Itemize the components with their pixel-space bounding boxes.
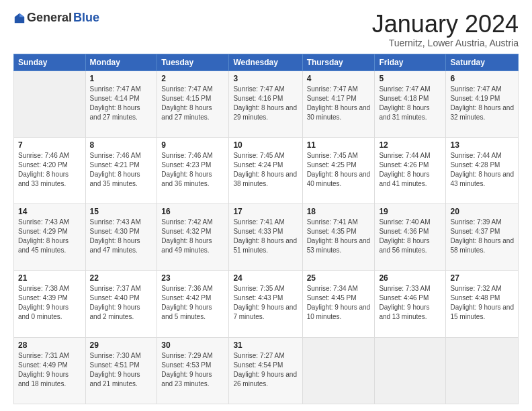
calendar-cell: 5 Sunrise: 7:47 AMSunset: 4:18 PMDayligh… bbox=[375, 71, 446, 137]
day-detail: Sunrise: 7:27 AMSunset: 4:54 PMDaylight:… bbox=[233, 352, 297, 387]
calendar-cell: 14 Sunrise: 7:43 AMSunset: 4:29 PMDaylig… bbox=[14, 204, 86, 271]
day-number: 8 bbox=[90, 140, 153, 150]
day-detail: Sunrise: 7:32 AMSunset: 4:48 PMDaylight:… bbox=[450, 285, 514, 320]
day-detail: Sunrise: 7:44 AMSunset: 4:28 PMDaylight:… bbox=[450, 152, 514, 187]
day-number: 16 bbox=[161, 207, 224, 216]
calendar-cell: 19 Sunrise: 7:40 AMSunset: 4:36 PMDaylig… bbox=[375, 204, 446, 271]
day-detail: Sunrise: 7:34 AMSunset: 4:45 PMDaylight:… bbox=[307, 285, 371, 320]
day-detail: Sunrise: 7:45 AMSunset: 4:25 PMDaylight:… bbox=[307, 152, 371, 187]
day-number: 14 bbox=[18, 207, 81, 216]
weekday-header: Monday bbox=[85, 54, 157, 71]
day-detail: Sunrise: 7:31 AMSunset: 4:49 PMDaylight:… bbox=[18, 352, 69, 387]
calendar-cell bbox=[302, 337, 375, 404]
day-number: 12 bbox=[379, 140, 441, 150]
calendar-cell: 16 Sunrise: 7:42 AMSunset: 4:32 PMDaylig… bbox=[157, 204, 229, 271]
day-number: 18 bbox=[307, 207, 371, 216]
day-number: 31 bbox=[233, 340, 298, 350]
day-number: 7 bbox=[18, 140, 81, 150]
calendar-cell: 13 Sunrise: 7:44 AMSunset: 4:28 PMDaylig… bbox=[446, 137, 519, 203]
calendar-body: 1 Sunrise: 7:47 AMSunset: 4:14 PMDayligh… bbox=[14, 71, 519, 404]
day-detail: Sunrise: 7:47 AMSunset: 4:17 PMDaylight:… bbox=[307, 85, 371, 121]
day-number: 3 bbox=[233, 74, 298, 83]
logo-blue: Blue bbox=[73, 11, 99, 25]
day-number: 28 bbox=[18, 340, 81, 350]
calendar-header: SundayMondayTuesdayWednesdayThursdayFrid… bbox=[14, 54, 519, 71]
day-detail: Sunrise: 7:35 AMSunset: 4:43 PMDaylight:… bbox=[233, 285, 297, 320]
day-number: 19 bbox=[379, 207, 441, 216]
location: Tuernitz, Lower Austria, Austria bbox=[372, 38, 519, 48]
calendar-week: 1 Sunrise: 7:47 AMSunset: 4:14 PMDayligh… bbox=[14, 71, 519, 137]
day-detail: Sunrise: 7:33 AMSunset: 4:46 PMDaylight:… bbox=[379, 285, 430, 320]
calendar-cell: 20 Sunrise: 7:39 AMSunset: 4:37 PMDaylig… bbox=[446, 204, 519, 271]
day-detail: Sunrise: 7:29 AMSunset: 4:53 PMDaylight:… bbox=[161, 352, 212, 387]
day-number: 1 bbox=[90, 74, 153, 83]
header: General Blue January 2024 Tuernitz, Lowe… bbox=[13, 11, 519, 48]
day-number: 10 bbox=[233, 140, 298, 150]
day-number: 2 bbox=[161, 74, 224, 83]
weekday-header: Sunday bbox=[14, 54, 86, 71]
weekday-header: Saturday bbox=[446, 54, 519, 71]
calendar-cell: 1 Sunrise: 7:47 AMSunset: 4:14 PMDayligh… bbox=[85, 71, 157, 137]
calendar-cell: 7 Sunrise: 7:46 AMSunset: 4:20 PMDayligh… bbox=[14, 137, 86, 203]
day-number: 15 bbox=[90, 207, 153, 216]
day-number: 21 bbox=[18, 273, 81, 283]
logo-icon bbox=[13, 12, 26, 24]
day-number: 4 bbox=[307, 74, 371, 83]
day-number: 23 bbox=[161, 273, 224, 283]
day-detail: Sunrise: 7:47 AMSunset: 4:15 PMDaylight:… bbox=[161, 85, 212, 121]
day-detail: Sunrise: 7:47 AMSunset: 4:14 PMDaylight:… bbox=[90, 85, 141, 121]
day-number: 17 bbox=[233, 207, 298, 216]
day-detail: Sunrise: 7:40 AMSunset: 4:36 PMDaylight:… bbox=[379, 218, 430, 254]
day-number: 30 bbox=[161, 340, 224, 350]
calendar-cell: 27 Sunrise: 7:32 AMSunset: 4:48 PMDaylig… bbox=[446, 271, 519, 337]
calendar-cell: 28 Sunrise: 7:31 AMSunset: 4:49 PMDaylig… bbox=[14, 337, 86, 404]
calendar-cell: 18 Sunrise: 7:41 AMSunset: 4:35 PMDaylig… bbox=[302, 204, 375, 271]
day-detail: Sunrise: 7:45 AMSunset: 4:24 PMDaylight:… bbox=[233, 152, 297, 187]
day-detail: Sunrise: 7:47 AMSunset: 4:18 PMDaylight:… bbox=[379, 85, 430, 121]
day-number: 22 bbox=[90, 273, 153, 283]
day-number: 20 bbox=[450, 207, 514, 216]
weekday-header: Friday bbox=[375, 54, 446, 71]
day-detail: Sunrise: 7:47 AMSunset: 4:19 PMDaylight:… bbox=[450, 85, 514, 121]
calendar-week: 21 Sunrise: 7:38 AMSunset: 4:39 PMDaylig… bbox=[14, 271, 519, 337]
weekday-row: SundayMondayTuesdayWednesdayThursdayFrid… bbox=[14, 54, 519, 71]
calendar-cell: 26 Sunrise: 7:33 AMSunset: 4:46 PMDaylig… bbox=[375, 271, 446, 337]
month-title: January 2024 bbox=[372, 11, 519, 38]
calendar-cell bbox=[446, 337, 519, 404]
logo-general: General bbox=[27, 11, 72, 25]
day-number: 11 bbox=[307, 140, 371, 150]
calendar-cell: 10 Sunrise: 7:45 AMSunset: 4:24 PMDaylig… bbox=[229, 137, 302, 203]
calendar-cell: 8 Sunrise: 7:46 AMSunset: 4:21 PMDayligh… bbox=[85, 137, 157, 203]
calendar-cell: 6 Sunrise: 7:47 AMSunset: 4:19 PMDayligh… bbox=[446, 71, 519, 137]
calendar-cell: 23 Sunrise: 7:36 AMSunset: 4:42 PMDaylig… bbox=[157, 271, 229, 337]
day-number: 29 bbox=[90, 340, 153, 350]
calendar-week: 14 Sunrise: 7:43 AMSunset: 4:29 PMDaylig… bbox=[14, 204, 519, 271]
day-detail: Sunrise: 7:37 AMSunset: 4:40 PMDaylight:… bbox=[90, 285, 141, 320]
calendar-cell: 11 Sunrise: 7:45 AMSunset: 4:25 PMDaylig… bbox=[302, 137, 375, 203]
calendar-cell: 4 Sunrise: 7:47 AMSunset: 4:17 PMDayligh… bbox=[302, 71, 375, 137]
day-number: 24 bbox=[233, 273, 298, 283]
day-number: 26 bbox=[379, 273, 441, 283]
calendar-cell: 3 Sunrise: 7:47 AMSunset: 4:16 PMDayligh… bbox=[229, 71, 302, 137]
calendar-cell: 21 Sunrise: 7:38 AMSunset: 4:39 PMDaylig… bbox=[14, 271, 86, 337]
calendar-cell: 25 Sunrise: 7:34 AMSunset: 4:45 PMDaylig… bbox=[302, 271, 375, 337]
weekday-header: Tuesday bbox=[157, 54, 229, 71]
day-detail: Sunrise: 7:41 AMSunset: 4:35 PMDaylight:… bbox=[307, 218, 371, 254]
day-detail: Sunrise: 7:42 AMSunset: 4:32 PMDaylight:… bbox=[161, 218, 212, 254]
day-number: 5 bbox=[379, 74, 441, 83]
day-number: 6 bbox=[450, 74, 514, 83]
logo: General Blue bbox=[13, 11, 99, 25]
calendar-cell bbox=[375, 337, 446, 404]
calendar: SundayMondayTuesdayWednesdayThursdayFrid… bbox=[13, 54, 519, 404]
day-detail: Sunrise: 7:43 AMSunset: 4:30 PMDaylight:… bbox=[90, 218, 141, 254]
weekday-header: Thursday bbox=[302, 54, 375, 71]
calendar-cell: 30 Sunrise: 7:29 AMSunset: 4:53 PMDaylig… bbox=[157, 337, 229, 404]
day-detail: Sunrise: 7:44 AMSunset: 4:26 PMDaylight:… bbox=[379, 152, 430, 187]
calendar-cell: 31 Sunrise: 7:27 AMSunset: 4:54 PMDaylig… bbox=[229, 337, 302, 404]
day-detail: Sunrise: 7:39 AMSunset: 4:37 PMDaylight:… bbox=[450, 218, 514, 254]
title-area: January 2024 Tuernitz, Lower Austria, Au… bbox=[372, 11, 519, 48]
calendar-cell: 17 Sunrise: 7:41 AMSunset: 4:33 PMDaylig… bbox=[229, 204, 302, 271]
day-detail: Sunrise: 7:41 AMSunset: 4:33 PMDaylight:… bbox=[233, 218, 297, 254]
calendar-cell bbox=[14, 71, 86, 137]
calendar-cell: 24 Sunrise: 7:35 AMSunset: 4:43 PMDaylig… bbox=[229, 271, 302, 337]
